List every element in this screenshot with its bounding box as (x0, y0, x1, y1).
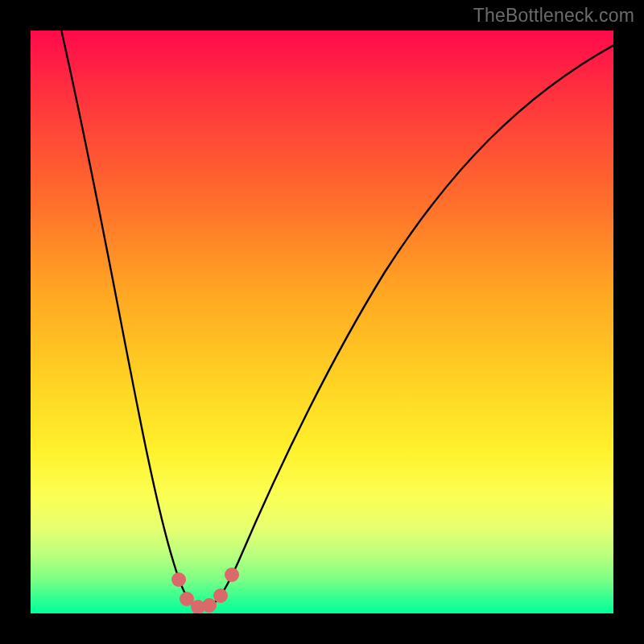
watermark-text: TheBottleneck.com (473, 5, 634, 27)
chart-frame: TheBottleneck.com (0, 0, 644, 644)
curve-svg (31, 31, 613, 613)
marker-dot (213, 588, 228, 603)
marker-dot (171, 572, 186, 587)
markers-group (171, 568, 239, 613)
plot-area (31, 31, 613, 613)
marker-dot (225, 568, 239, 582)
bottleneck-curve (60, 31, 613, 609)
marker-dot (202, 598, 217, 613)
